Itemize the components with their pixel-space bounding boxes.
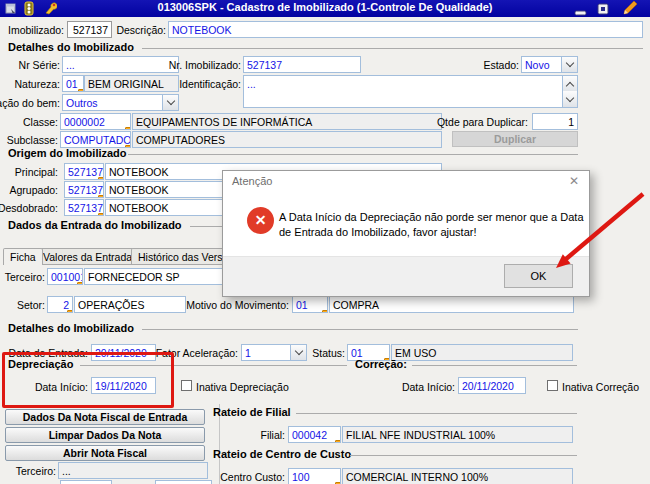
maximize-icon[interactable] — [597, 3, 609, 17]
subclasse-desc-field: COMPUTADORES — [132, 131, 442, 148]
utilizacao-label: Utilização do bem: — [0, 95, 60, 111]
nr-imobilizado-field[interactable]: 527137 — [243, 56, 361, 73]
dados-nota-fiscal-button[interactable]: Dados Da Nota Fiscal de Entrada — [5, 409, 205, 425]
window-title: 013006SPK - Cadastro de Imobilizado (1-C… — [0, 1, 650, 13]
natureza-desc-field: BEM ORIGINAL — [84, 75, 179, 92]
principal-code-field[interactable]: 527137 — [64, 163, 104, 180]
setor-desc-field: OPERAÇÕES — [74, 296, 186, 313]
desdobrado-label: Desdobrado: — [0, 200, 58, 216]
lookup-dot-icon — [98, 177, 104, 180]
estado-value: Novo — [525, 59, 550, 71]
inativa-depreciacao-label[interactable]: Inativa Depreciação — [196, 379, 289, 395]
setor-code-field[interactable]: 2 — [47, 296, 73, 313]
close-icon[interactable]: ✕ — [569, 174, 579, 188]
motivo-label: Motivo do Movimento: — [186, 297, 289, 313]
lookup-dot-icon — [67, 310, 73, 313]
fator-aceleracao-value: 1 — [245, 347, 251, 359]
nr-serie-field[interactable]: ... — [62, 56, 179, 73]
section-detalhes2-rule — [142, 329, 578, 330]
agrupado-label: Agrupado: — [10, 182, 58, 198]
cor-data-inicio-label: Data Início: — [402, 379, 455, 395]
agrupado-code-field[interactable]: 527137 — [64, 181, 104, 198]
tab-ficha[interactable]: Ficha — [3, 248, 43, 265]
annotation-rectangle — [2, 352, 174, 408]
chevron-down-icon[interactable] — [290, 345, 306, 360]
status-desc-field: EM USO — [391, 344, 573, 361]
inativa-correcao-label[interactable]: Inativa Correção — [562, 379, 639, 395]
dialog-title: Atenção — [232, 175, 272, 187]
chevron-down-icon[interactable] — [561, 57, 577, 72]
filial-code-field[interactable]: 000042 — [288, 426, 341, 443]
inativa-correcao-checkbox[interactable] — [547, 380, 558, 391]
nf-partial-field-1[interactable] — [60, 480, 112, 484]
section-rateio-cc: Rateio de Centro de Custo — [213, 448, 351, 460]
natureza-label: Natureza: — [14, 76, 60, 92]
qtde-duplicar-field[interactable]: 1 — [532, 113, 578, 130]
tab-valores-entrada[interactable]: Valores da Entrada — [36, 248, 139, 264]
desdobrado-code-field[interactable]: 527137 — [64, 199, 104, 216]
estado-dropdown[interactable]: Novo — [521, 56, 578, 73]
annotation-arrow — [546, 188, 646, 280]
section-rateio-filial-rule — [296, 413, 577, 414]
centro-custo-code-field[interactable]: 100 — [288, 468, 341, 484]
filial-label: Filial: — [260, 427, 285, 443]
setor-label: Setor: — [17, 297, 45, 313]
utilizacao-dropdown[interactable]: Outros — [62, 94, 179, 111]
qtde-duplicar-label: Qtde para Duplicar: — [437, 114, 528, 130]
filial-code: 000042 — [292, 429, 327, 441]
lookup-dot-icon — [98, 213, 104, 216]
subclasse-code-field[interactable]: COMPUTADORES — [60, 131, 131, 148]
duplicar-button[interactable]: Duplicar — [452, 131, 578, 147]
atencao-dialog: Atenção ✕ ✕ A Data Início da Depreciação… — [222, 170, 590, 297]
section-detalhes: Detalhes do Imobilizado — [8, 41, 134, 53]
nf-terceiro-label: Terceiro: — [16, 463, 56, 479]
subclasse-code: COMPUTADORES — [64, 134, 131, 146]
inativa-depreciacao-checkbox[interactable] — [181, 380, 192, 391]
classe-desc-field: EQUIPAMENTOS DE INFORMÁTICA — [132, 113, 442, 130]
error-icon: ✕ — [247, 207, 274, 234]
status-label: Status: — [312, 345, 345, 361]
motivo-code: 01 — [296, 299, 308, 311]
motivo-desc-field: COMPRA — [329, 296, 574, 313]
imobilizado-label: Imobilizado: — [8, 22, 64, 38]
abrir-nota-fiscal-button[interactable]: Abrir Nota Fiscal — [5, 445, 205, 461]
imobilizado-field[interactable]: 527137 — [67, 21, 112, 38]
lookup-dot-icon — [125, 127, 131, 130]
principal-label: Principal: — [15, 164, 58, 180]
identificacao-field[interactable]: ... — [243, 75, 578, 108]
lookup-dot-icon — [335, 440, 341, 443]
section-detalhes2: Detalhes do Imobilizado — [8, 322, 134, 334]
motivo-code-field[interactable]: 01 — [292, 296, 328, 313]
classe-code-field[interactable]: 0000002 — [60, 113, 131, 130]
fator-aceleracao-dropdown[interactable]: 1 — [241, 344, 307, 361]
edit-pencil-icon[interactable] — [621, 0, 638, 18]
terceiro-label: Terceiro: — [5, 269, 45, 285]
nr-imobilizado-label: Nr. Imobilizado: — [169, 57, 241, 73]
section-origem: Origem do Imobilizado — [8, 147, 127, 159]
section-detalhes-rule — [142, 48, 643, 49]
classe-code: 0000002 — [64, 116, 105, 128]
scroll-down-icon[interactable] — [562, 91, 577, 107]
limpar-dados-nota-button[interactable]: Limpar Dados Da Nota — [5, 427, 205, 443]
natureza-code-field[interactable]: 01 — [62, 75, 84, 92]
subclasse-label: Subclasse: — [7, 132, 58, 148]
lookup-dot-icon — [98, 195, 104, 198]
filial-desc-field: FILIAL NFE INDUSTRIAL 100% — [342, 426, 573, 443]
classe-label: Classe: — [23, 114, 58, 130]
centro-custo-code: 100 — [292, 471, 310, 483]
identificacao-label: Identificação: — [179, 76, 241, 92]
chevron-down-icon[interactable] — [162, 95, 178, 110]
descricao-field[interactable]: NOTEBOOK — [168, 21, 643, 38]
section-rateio-cc-rule — [350, 455, 577, 456]
nf-partial-field-2[interactable] — [155, 480, 212, 484]
estado-label: Estado: — [483, 57, 519, 73]
scroll-up-icon[interactable] — [562, 76, 577, 92]
terceiro-code-field[interactable]: 001001 — [47, 268, 83, 285]
nf-terceiro-field[interactable]: ... — [58, 462, 208, 479]
section-dados-entrada: Dados da Entrada do Imobilizado — [8, 219, 182, 231]
nr-serie-label: Nr Série: — [19, 57, 60, 73]
lookup-dot-icon — [322, 310, 328, 313]
section-correcao-rule — [412, 365, 577, 366]
minimize-icon[interactable] — [574, 6, 587, 18]
cor-data-inicio-field[interactable]: 20/11/2020 — [458, 377, 526, 394]
